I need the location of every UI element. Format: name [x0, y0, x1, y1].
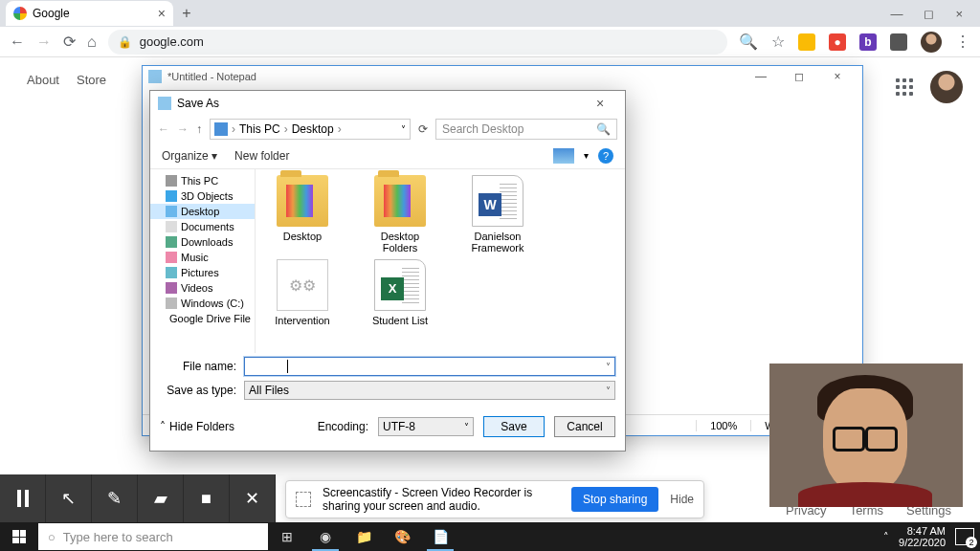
tree-videos[interactable]: Videos: [150, 280, 255, 296]
chrome-taskbar-icon[interactable]: ◉: [306, 522, 345, 551]
explorer-taskbar-icon[interactable]: 📁: [345, 522, 383, 551]
nav-up-icon[interactable]: ↑: [196, 122, 202, 136]
encoding-select[interactable]: UTF-8˅: [378, 417, 474, 436]
home-button[interactable]: ⌂: [87, 33, 97, 51]
text-cursor-icon: [287, 360, 288, 373]
path-bar: ← → ↑ › This PC › Desktop › ˅ ⟳ Search D…: [150, 116, 625, 143]
pictures-icon: [166, 267, 177, 278]
browser-tab[interactable]: Google ×: [6, 1, 173, 26]
address-bar: ← → ⟳ ⌂ 🔒 google.com 🔍 ☆ ● b ⋮: [0, 27, 980, 57]
tree-this-pc[interactable]: This PC: [150, 173, 255, 188]
close-window-icon[interactable]: ×: [955, 7, 963, 21]
notifications-button[interactable]: [955, 528, 974, 545]
store-link[interactable]: Store: [77, 73, 106, 87]
tree-3d-objects[interactable]: 3D Objects: [150, 188, 255, 204]
dialog-close-button[interactable]: ×: [583, 96, 617, 111]
google-account-avatar[interactable]: [930, 71, 963, 103]
reload-button[interactable]: ⟳: [63, 33, 76, 51]
organize-button[interactable]: Organize ▾: [162, 149, 217, 163]
file-list[interactable]: Desktop Desktop Folders WDanielson Frame…: [256, 169, 625, 353]
google-favicon-icon: [13, 7, 27, 20]
nav-forward-icon[interactable]: →: [177, 122, 189, 136]
webcam-overlay[interactable]: [769, 364, 963, 507]
tree-pictures[interactable]: Pictures: [150, 265, 255, 280]
zoom-status: 100%: [696, 420, 750, 431]
hide-share-bar-button[interactable]: Hide: [670, 493, 694, 506]
folder-icon: [374, 175, 426, 227]
cancel-button[interactable]: Cancel: [554, 416, 615, 437]
breadcrumb[interactable]: › This PC › Desktop › ˅: [210, 119, 411, 140]
savetype-select[interactable]: All Files ˅: [244, 381, 615, 400]
save-as-titlebar[interactable]: Save As ×: [150, 91, 625, 116]
notepad-close-button[interactable]: ×: [818, 66, 857, 87]
breadcrumb-seg-1[interactable]: This PC: [239, 122, 280, 136]
nav-back-icon[interactable]: ←: [158, 122, 169, 136]
task-view-button[interactable]: ⊞: [268, 522, 306, 551]
clock[interactable]: 8:47 AM 9/22/2020: [899, 525, 946, 548]
settings-file-icon: [277, 259, 328, 311]
paint-taskbar-icon[interactable]: 🎨: [383, 522, 421, 551]
maximize-icon[interactable]: ◻: [924, 7, 934, 21]
start-button[interactable]: [0, 522, 38, 551]
system-tray: ˄ 8:47 AM 9/22/2020: [883, 525, 980, 548]
notepad-maximize-button[interactable]: ◻: [780, 66, 818, 87]
pause-recording-button[interactable]: [0, 474, 46, 522]
tree-google-drive[interactable]: Google Drive File: [150, 311, 255, 326]
zoom-icon[interactable]: 🔍: [739, 33, 758, 51]
stop-sharing-button[interactable]: Stop sharing: [571, 487, 658, 512]
save-button[interactable]: Save: [483, 416, 545, 437]
search-placeholder: Type here to search: [63, 530, 173, 544]
cursor-tool-button[interactable]: ↖: [46, 474, 92, 522]
taskbar-search[interactable]: ○ Type here to search: [38, 523, 268, 550]
new-tab-button[interactable]: +: [173, 5, 200, 22]
view-mode-button[interactable]: [553, 148, 574, 164]
close-toolbar-button[interactable]: ✕: [230, 474, 276, 522]
breadcrumb-seg-2[interactable]: Desktop: [292, 122, 334, 136]
pc-icon: [214, 122, 228, 136]
forward-button[interactable]: →: [36, 33, 52, 51]
file-item[interactable]: Intervention: [265, 259, 340, 326]
help-button[interactable]: ?: [598, 148, 613, 164]
extension-icon-1[interactable]: [798, 33, 815, 51]
file-item[interactable]: Desktop Folders: [363, 175, 437, 253]
eraser-tool-button[interactable]: ▰: [138, 474, 184, 522]
close-tab-icon[interactable]: ×: [158, 6, 166, 21]
tray-chevron-icon[interactable]: ˄: [883, 531, 889, 543]
file-item[interactable]: WDanielson Framework: [460, 175, 535, 253]
hide-folders-button[interactable]: ˄Hide Folders: [160, 420, 234, 433]
chrome-menu-icon[interactable]: ⋮: [955, 33, 970, 51]
webcam-toggle-button[interactable]: ■: [184, 474, 230, 522]
google-apps-icon[interactable]: [896, 78, 913, 96]
dropdown-caret-icon[interactable]: ˅: [606, 386, 611, 396]
file-item[interactable]: Desktop: [265, 175, 340, 253]
new-folder-button[interactable]: New folder: [234, 149, 289, 163]
notepad-titlebar[interactable]: *Untitled - Notepad — ◻ ×: [143, 66, 862, 87]
tree-downloads[interactable]: Downloads: [150, 234, 255, 250]
extension-icon-2[interactable]: ●: [829, 33, 846, 51]
pen-tool-button[interactable]: ✎: [92, 474, 138, 522]
refresh-icon[interactable]: ⟳: [418, 122, 428, 136]
notepad-minimize-button[interactable]: —: [742, 66, 780, 87]
profile-avatar-icon[interactable]: [921, 32, 942, 53]
url-input[interactable]: 🔒 google.com: [108, 30, 727, 55]
cube-icon: [166, 190, 177, 202]
url-text: google.com: [140, 34, 204, 49]
tree-windows-c[interactable]: Windows (C:): [150, 296, 255, 311]
tree-desktop[interactable]: Desktop: [150, 204, 255, 219]
bookmark-star-icon[interactable]: ☆: [771, 33, 785, 51]
notepad-taskbar-icon[interactable]: 📄: [421, 522, 459, 551]
filename-input[interactable]: ˅: [244, 357, 615, 376]
window-controls: — ◻ ×: [890, 7, 980, 21]
tree-music[interactable]: Music: [150, 250, 255, 265]
encoding-label: Encoding:: [318, 420, 368, 433]
file-item[interactable]: XStudent List: [363, 259, 437, 326]
lock-icon: 🔒: [118, 35, 132, 49]
minimize-icon[interactable]: —: [890, 7, 902, 21]
tree-documents[interactable]: Documents: [150, 219, 255, 234]
extension-icon-4[interactable]: [890, 33, 907, 51]
extension-icon-3[interactable]: b: [859, 33, 877, 51]
search-input[interactable]: Search Desktop 🔍: [435, 119, 617, 140]
back-button[interactable]: ←: [10, 33, 25, 51]
about-link[interactable]: About: [27, 73, 59, 87]
dropdown-caret-icon[interactable]: ˅: [606, 362, 611, 372]
